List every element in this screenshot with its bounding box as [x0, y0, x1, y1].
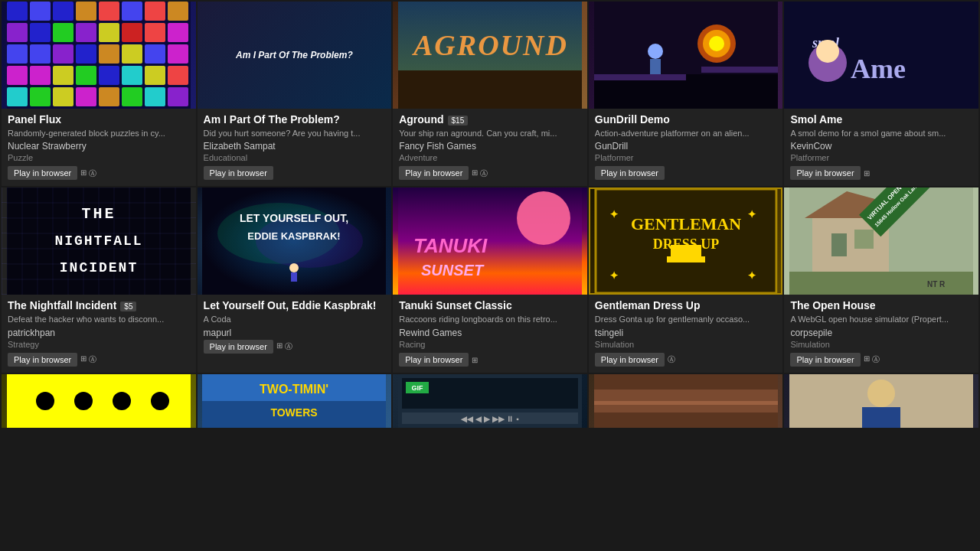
game-card-b4[interactable]	[589, 374, 783, 428]
game-card-tanuki[interactable]: TANUKI SUNSET Tanuki Sunset ClassicRacco…	[393, 187, 587, 372]
game-genre: Educational	[204, 153, 386, 162]
svg-rect-3	[53, 2, 74, 21]
game-card-eddie[interactable]: LET YOURSELF OUT, EDDIE KASPBRAK! Let Yo…	[198, 187, 392, 372]
game-thumbnail-nightfall: THE NIGHTFALL INCIDENT	[2, 187, 196, 295]
svg-text:TOWERS: TOWERS	[271, 406, 318, 419]
play-button-nightfall[interactable]: Play in browser	[8, 353, 77, 367]
svg-rect-51	[594, 74, 686, 80]
game-desc: Randomly-generated block puzzles in cy..…	[8, 128, 190, 139]
svg-point-114	[74, 392, 93, 410]
play-button-gundrill[interactable]: Play in browser	[595, 166, 665, 180]
card-info-gentleman: Gentleman Dress UpDress Gonta up for gen…	[589, 295, 783, 372]
android-icon: Ⓐ	[668, 354, 675, 365]
svg-rect-13	[99, 23, 119, 42]
platform-icons: Ⓐ	[668, 354, 675, 365]
game-card-am-i-part[interactable]: Am I Part Of The Problem?Am I Part Of Th…	[198, 2, 392, 186]
game-card-b5[interactable]	[784, 374, 978, 428]
game-genre: Strategy	[8, 340, 190, 349]
svg-rect-25	[7, 66, 28, 85]
svg-text:TANUKI: TANUKI	[413, 234, 488, 257]
game-desc: Action-adventure platformer on an alien.…	[595, 128, 777, 139]
svg-rect-132	[862, 407, 900, 428]
game-desc: Dress Gonta up for gentlemanly occaso...	[595, 314, 777, 324]
svg-rect-50	[650, 59, 661, 74]
game-card-aground[interactable]: AGROUND Aground$15Your ship ran aground.…	[393, 2, 587, 186]
game-title: Let Yourself Out, Eddie Kaspbrak!	[204, 299, 377, 311]
windows-icon: ⊞	[276, 341, 283, 352]
play-button-open-house[interactable]: Play in browser	[790, 353, 860, 367]
game-thumbnail-b5	[784, 374, 978, 428]
game-card-smol-ame[interactable]: smol Ame Smol AmeA smol demo for a smol …	[784, 2, 978, 186]
svg-text:THE: THE	[81, 205, 116, 223]
game-desc: A smol demo for a smol game about sm...	[790, 128, 972, 139]
svg-rect-97	[671, 245, 701, 260]
main-grid: Panel FluxRandomly-generated block puzzl…	[0, 0, 980, 429]
game-card-gentleman[interactable]: GENTLEMAN DRESS UP ✦ ✦ ✦ ✦ Gentleman Dre…	[589, 187, 783, 372]
svg-rect-129	[594, 401, 778, 405]
svg-rect-106	[789, 272, 973, 295]
svg-rect-40	[168, 87, 188, 106]
game-title: Tanuki Sunset Classic	[399, 299, 512, 311]
card-info-aground: Aground$15Your ship ran aground. Can you…	[393, 109, 587, 186]
svg-point-57	[816, 40, 839, 63]
svg-rect-28	[76, 66, 96, 85]
play-button-gentleman[interactable]: Play in browser	[595, 353, 665, 367]
game-card-gundrill[interactable]: GunDrill DemoAction-adventure platformer…	[589, 2, 783, 186]
platform-icons: ⊞	[864, 169, 870, 178]
svg-text:GENTLEMAN: GENTLEMAN	[630, 214, 740, 233]
svg-rect-30	[122, 66, 142, 85]
game-card-b2[interactable]: TWO-TIMIN' TOWERS	[198, 374, 392, 428]
game-thumbnail-b1	[2, 374, 196, 428]
card-info-eddie: Let Yourself Out, Eddie Kaspbrak!A Codam…	[198, 295, 392, 359]
game-card-panel-flux[interactable]: Panel FluxRandomly-generated block puzzl…	[2, 2, 196, 186]
svg-rect-32	[168, 66, 188, 85]
play-button-smol-ame[interactable]: Play in browser	[790, 166, 860, 180]
windows-icon: ⊞	[80, 354, 87, 365]
windows-icon: ⊞	[80, 168, 87, 179]
svg-text:LET YOURSELF OUT,: LET YOURSELF OUT,	[240, 212, 348, 224]
svg-rect-17	[7, 44, 28, 64]
play-button-eddie[interactable]: Play in browser	[204, 340, 273, 354]
play-button-panel-flux[interactable]: Play in browser	[8, 166, 77, 180]
svg-rect-15	[145, 23, 165, 42]
game-desc: Defeat the hacker who wants to disconn..…	[8, 314, 190, 324]
game-desc: Your ship ran aground. Can you craft, mi…	[399, 128, 581, 139]
game-card-nightfall[interactable]: THE NIGHTFALL INCIDENT The Nightfall Inc…	[2, 187, 196, 372]
svg-text:◀◀ ◀ ▶ ▶▶ ⏸ ▪: ◀◀ ◀ ▶ ▶▶ ⏸ ▪	[460, 415, 519, 423]
card-info-open-house: The Open HouseA WebGL open house simulat…	[784, 295, 978, 372]
game-author: Rewind Games	[399, 328, 581, 338]
svg-point-48	[709, 36, 724, 51]
game-title: Gentleman Dress Up	[595, 299, 701, 311]
svg-rect-9	[7, 23, 28, 42]
play-button-am-i-part[interactable]: Play in browser	[204, 166, 273, 180]
platform-icons: ⊞Ⓐ	[472, 168, 490, 179]
svg-rect-19	[53, 44, 74, 64]
game-desc: A WebGL open house simulator (Propert...	[790, 314, 972, 324]
game-genre: Simulation	[790, 340, 972, 349]
play-button-tanuki[interactable]: Play in browser	[399, 353, 469, 367]
play-button-aground[interactable]: Play in browser	[399, 166, 469, 180]
svg-rect-12	[76, 23, 96, 42]
svg-rect-2	[30, 2, 51, 21]
game-card-b3[interactable]: ◀◀ ◀ ▶ ▶▶ ⏸ ▪ GIF	[393, 374, 587, 428]
svg-text:Ame: Ame	[851, 54, 906, 84]
svg-rect-21	[99, 44, 119, 64]
game-author: Elizabeth Sampat	[204, 141, 386, 152]
svg-rect-36	[76, 87, 96, 106]
game-card-open-house[interactable]: VIRTUAL OPEN HOUSE 15645 Hollow Oak Lane…	[784, 187, 978, 372]
game-genre: Adventure	[399, 153, 581, 162]
svg-rect-20	[76, 44, 96, 64]
svg-point-116	[151, 392, 169, 410]
svg-point-131	[867, 380, 895, 407]
svg-rect-4	[76, 2, 96, 21]
android-icon: Ⓐ	[89, 168, 96, 179]
game-thumbnail-b4	[589, 374, 783, 428]
game-card-b1[interactable]	[2, 374, 196, 428]
platform-icons: ⊞Ⓐ	[276, 341, 295, 352]
svg-text:GIF: GIF	[411, 384, 423, 392]
svg-text:EDDIE KASPBRAK!: EDDIE KASPBRAK!	[248, 230, 341, 242]
game-thumbnail-smol-ame: smol Ame	[784, 2, 978, 109]
svg-rect-24	[168, 44, 188, 64]
game-thumbnail-gundrill	[589, 2, 783, 109]
game-thumbnail-b3: ◀◀ ◀ ▶ ▶▶ ⏸ ▪ GIF	[393, 374, 587, 428]
